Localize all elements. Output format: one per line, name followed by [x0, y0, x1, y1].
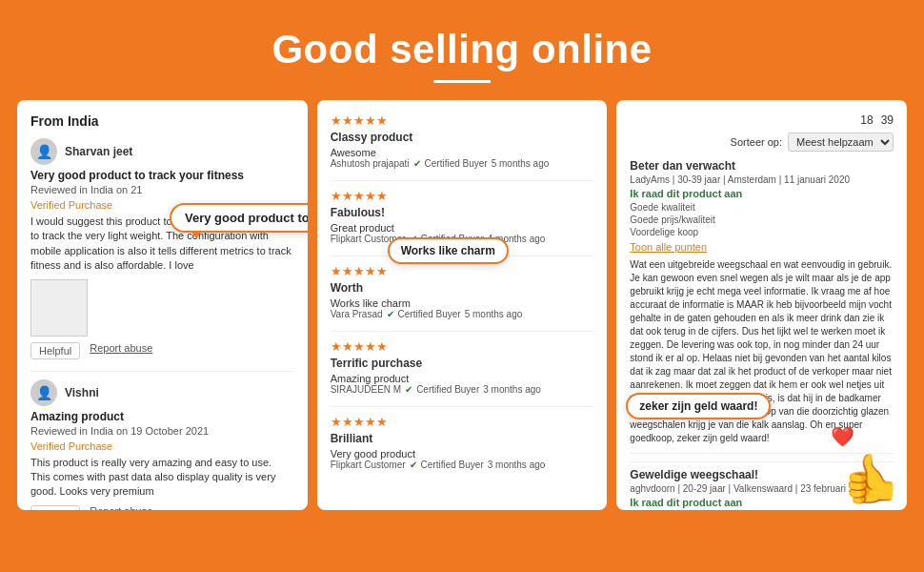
product-image [30, 279, 88, 337]
star-rating: ★★★★★ [331, 264, 594, 278]
review-item: 👤 Vishni Amazing product Reviewed in Ind… [30, 379, 294, 510]
star-rating: ★★★★★ [331, 339, 594, 354]
review-item: 👤 Sharvan jeet Very good product to trac… [30, 138, 294, 359]
cert-badge: ✔ [410, 460, 417, 470]
cert-badge: ✔ [405, 384, 412, 395]
quality-tag: Goede prijs/kwaliteit [630, 214, 894, 225]
reviewer-name: Ashutosh prajapati [331, 158, 410, 169]
reviewer-name: Vara Prasad [331, 309, 383, 319]
dutch-reviewer-info: LadyAms | 30-39 jaar | Amsterdam | 11 ja… [630, 174, 894, 185]
page-header: Good selling online [0, 0, 924, 100]
review-item: ★★★★★ Brilliant Very good product Flipka… [331, 415, 594, 470]
star-rating: ★★★★★ [331, 189, 594, 203]
sort-label: Sorteer op: [731, 136, 782, 148]
review-time: 3 months ago [483, 384, 541, 395]
card-india: From India 👤 Sharvan jeet Very good prod… [17, 100, 308, 510]
heart-icon: ❤️ [831, 425, 854, 448]
review-item: ★★★★★ Terrific purchase Amazing product … [331, 339, 594, 395]
count-2: 39 [881, 113, 894, 127]
reviewer-name: SIRAJUDEEN M [331, 384, 401, 395]
star-rating: ★★★★★ [331, 415, 594, 429]
card3-tooltip: zeker zijn geld waard! [626, 393, 771, 419]
card-flipkart: ★★★★★ Classy product Awesome Ashutosh pr… [317, 100, 608, 510]
review-time: 5 months ago [465, 309, 523, 319]
cert-label: Certified Buyer [416, 384, 479, 395]
card2-tooltip: Works like charm [388, 237, 509, 264]
quality-tags: Goede kwaliteit Goede prijs/kwaliteit Vo… [630, 202, 894, 237]
show-all-link[interactable]: Toon alle punten [630, 241, 894, 253]
avatar: 👤 [30, 379, 57, 406]
reviewer-line: Ashutosh prajapati ✔ Certified Buyer 5 m… [331, 158, 594, 169]
page-title: Good selling online [0, 27, 924, 72]
count-1: 18 [860, 113, 873, 127]
header-underline [433, 80, 491, 83]
action-row: Helpful Report abuse [30, 342, 294, 359]
sort-row: Sorteer op: Meest helpzaam [630, 133, 894, 152]
quality-tag: Voordelige koop [630, 227, 894, 237]
verified-badge: Verified Purchase [30, 440, 294, 452]
review-body: This product is really very amazing and … [30, 456, 294, 500]
review-body: Amazing product [331, 373, 594, 384]
cards-row: From India 👤 Sharvan jeet Very good prod… [0, 100, 924, 510]
action-row: Helpful Report abuse [30, 505, 294, 510]
review-title: Fabulous! [331, 206, 594, 219]
review-item: ★★★★★ Fabulous! Great product Flipkart C… [331, 189, 594, 244]
review-title: Classy product [331, 131, 594, 144]
review-body: Great product [331, 222, 594, 234]
count-row: 18 39 [630, 113, 894, 127]
card1-title: From India [30, 113, 294, 129]
review-body: Works like charm [331, 297, 594, 309]
cert-badge: ✔ [387, 309, 394, 319]
card1-tooltip: Very good product to track your fitness [170, 203, 308, 233]
review-date: Reviewed in India on 19 October 2021 [30, 425, 294, 437]
reviewer-row: 👤 Vishni [30, 379, 294, 406]
reviewer-row: 👤 Sharvan jeet [30, 138, 294, 165]
cert-label: Certified Buyer [421, 460, 484, 470]
cert-label: Certified Buyer [398, 309, 461, 319]
reviewer-line: Flipkart Customer ✔ Certified Buyer 3 mo… [331, 460, 594, 470]
reviewer-line: Vara Prasad ✔ Certified Buyer 5 months a… [331, 309, 594, 319]
cert-badge: ✔ [413, 158, 421, 169]
star-rating: ★★★★★ [331, 113, 594, 128]
review-item: ★★★★★ Worth Works like charm Vara Prasad… [331, 264, 594, 319]
review-body: Awesome [331, 147, 594, 158]
card-dutch: 18 39 Sorteer op: Meest helpzaam Beter d… [616, 100, 907, 510]
report-link[interactable]: Report abuse [90, 505, 152, 510]
review-title: Brilliant [331, 432, 594, 445]
reviewer-name: Flipkart Customer [331, 460, 406, 470]
dutch-review-title: Beter dan verwacht [630, 159, 894, 173]
review-body: Very good product [331, 448, 594, 460]
reviewer-name: Sharvan jeet [65, 145, 132, 158]
review-title: Worth [331, 281, 594, 295]
helpful-button[interactable]: Helpful [30, 342, 80, 359]
review-item: ★★★★★ Classy product Awesome Ashutosh pr… [331, 113, 594, 169]
recommend-label: Ik raad dit product aan [630, 188, 894, 199]
reviewer-line: SIRAJUDEEN M ✔ Certified Buyer 3 months … [331, 384, 594, 395]
avatar: 👤 [30, 138, 57, 165]
cert-label: Certified Buyer [425, 158, 488, 169]
review-time: 5 months ago [492, 158, 550, 169]
review-time: 3 months ago [488, 460, 546, 470]
helpful-button[interactable]: Helpful [30, 505, 80, 510]
thumbs-up-icon: 👍 [842, 451, 901, 506]
review-headline: Amazing product [30, 410, 294, 423]
quality-tag: Goede kwaliteit [630, 202, 894, 213]
dutch-review-1: Beter dan verwacht LadyAms | 30-39 jaar … [630, 159, 894, 445]
sort-select[interactable]: Meest helpzaam [788, 133, 894, 152]
reviewer-name: Vishni [65, 386, 99, 399]
review-title: Terrific purchase [331, 357, 594, 370]
report-link[interactable]: Report abuse [90, 342, 152, 359]
review-date: Reviewed in India on 21 [30, 184, 294, 195]
review-headline: Very good product to track your fitness [30, 169, 294, 182]
